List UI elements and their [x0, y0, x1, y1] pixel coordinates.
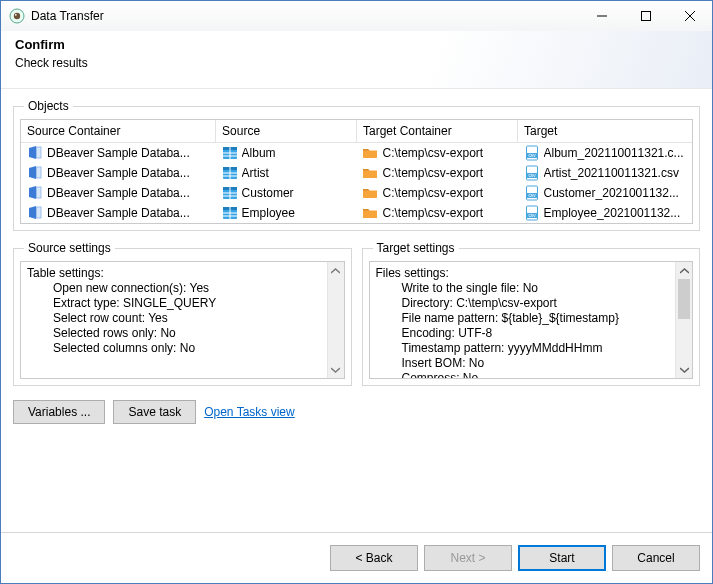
settings-line: Select row count: Yes: [27, 311, 321, 326]
cell-text: C:\temp\csv-export: [382, 186, 483, 200]
folder-icon: [362, 165, 378, 181]
settings-line: Timestamp pattern: yyyyMMddHHmm: [376, 341, 670, 356]
settings-line: File name pattern: ${table}_${timestamp}: [376, 311, 670, 326]
toolbar: Variables ... Save task Open Tasks view: [13, 400, 700, 424]
cell-text: Customer_2021001132...: [544, 186, 679, 200]
scroll-down-icon[interactable]: [676, 361, 692, 378]
table-row[interactable]: DBeaver Sample Databa...CustomerC:\temp\…: [21, 183, 692, 203]
cell-text: Artist: [242, 166, 269, 180]
cell-text: DBeaver Sample Databa...: [47, 146, 190, 160]
cell-text: Employee: [242, 206, 295, 220]
folder-icon: [362, 185, 378, 201]
save-task-button[interactable]: Save task: [113, 400, 196, 424]
svg-text:csv: csv: [528, 173, 536, 178]
settings-line: Directory: C:\temp\csv-export: [376, 296, 670, 311]
svg-rect-25: [37, 187, 42, 198]
col-source[interactable]: Source: [216, 120, 357, 143]
scroll-thumb[interactable]: [678, 279, 690, 319]
folder-icon: [362, 145, 378, 161]
app-icon: [9, 8, 25, 24]
cell-text: C:\temp\csv-export: [382, 166, 483, 180]
wizard-footer: < Back Next > Start Cancel: [1, 532, 712, 583]
source-settings-scrollbar[interactable]: [327, 262, 344, 378]
svg-point-1: [14, 13, 20, 19]
svg-rect-4: [642, 12, 651, 21]
col-source-container[interactable]: Source Container: [21, 120, 216, 143]
minimize-button[interactable]: [580, 1, 624, 31]
table-icon: [222, 185, 238, 201]
settings-line: Selected rows only: No: [27, 326, 321, 341]
objects-legend: Objects: [24, 99, 73, 113]
source-settings-group: Source settings Table settings:Open new …: [13, 241, 352, 386]
csv-file-icon: csv: [524, 145, 540, 161]
svg-text:csv: csv: [528, 193, 536, 198]
maximize-button[interactable]: [624, 1, 668, 31]
cancel-button[interactable]: Cancel: [612, 545, 700, 571]
settings-line: Write to the single file: No: [376, 281, 670, 296]
open-tasks-link[interactable]: Open Tasks view: [204, 405, 295, 419]
window-title: Data Transfer: [31, 9, 580, 23]
title-bar: Data Transfer: [1, 1, 712, 31]
svg-text:csv: csv: [528, 213, 536, 218]
cell-text: Artist_202110011321.csv: [544, 166, 679, 180]
scroll-up-icon[interactable]: [676, 262, 692, 279]
table-icon: [222, 145, 238, 161]
objects-table: Source Container Source Target Container…: [20, 119, 693, 224]
settings-line: Selected columns only: No: [27, 341, 321, 356]
csv-file-icon: csv: [524, 165, 540, 181]
source-settings-legend: Source settings: [24, 241, 115, 255]
variables-button[interactable]: Variables ...: [13, 400, 105, 424]
database-icon: [27, 145, 43, 161]
page-subtitle: Check results: [15, 56, 698, 70]
settings-line: Insert BOM: No: [376, 356, 670, 371]
cell-text: Employee_2021001132...: [544, 206, 681, 220]
next-button: Next >: [424, 545, 512, 571]
settings-heading: Table settings:: [27, 266, 321, 281]
table-row[interactable]: DBeaver Sample Databa...EmployeeC:\temp\…: [21, 203, 692, 223]
target-settings-group: Target settings Files settings:Write to …: [362, 241, 701, 386]
wizard-header: Confirm Check results: [1, 31, 712, 89]
settings-line: Open new connection(s): Yes: [27, 281, 321, 296]
col-target-container[interactable]: Target Container: [356, 120, 517, 143]
back-button[interactable]: < Back: [330, 545, 418, 571]
start-button[interactable]: Start: [518, 545, 606, 571]
svg-rect-34: [37, 207, 42, 218]
settings-heading: Files settings:: [376, 266, 670, 281]
cell-text: C:\temp\csv-export: [382, 206, 483, 220]
database-icon: [27, 165, 43, 181]
svg-point-2: [15, 14, 17, 16]
window-controls: [580, 1, 712, 31]
cell-text: Album_202110011321.c...: [544, 146, 684, 160]
settings-line: Encoding: UTF-8: [376, 326, 670, 341]
cell-text: Album: [242, 146, 276, 160]
table-icon: [222, 205, 238, 221]
settings-line: Extract type: SINGLE_QUERY: [27, 296, 321, 311]
objects-group: Objects Source Container Source Target C…: [13, 99, 700, 231]
cell-text: C:\temp\csv-export: [382, 146, 483, 160]
csv-file-icon: csv: [524, 185, 540, 201]
svg-rect-16: [37, 167, 42, 178]
close-button[interactable]: [668, 1, 712, 31]
scroll-down-icon[interactable]: [328, 361, 344, 378]
cell-text: DBeaver Sample Databa...: [47, 186, 190, 200]
settings-line: Compress: No: [376, 371, 670, 378]
page-title: Confirm: [15, 37, 698, 52]
table-row[interactable]: DBeaver Sample Databa...ArtistC:\temp\cs…: [21, 163, 692, 183]
folder-icon: [362, 205, 378, 221]
database-icon: [27, 185, 43, 201]
svg-rect-7: [37, 147, 42, 158]
source-settings-box: Table settings:Open new connection(s): Y…: [20, 261, 345, 379]
svg-text:csv: csv: [528, 153, 536, 158]
csv-file-icon: csv: [524, 205, 540, 221]
cell-text: DBeaver Sample Databa...: [47, 166, 190, 180]
scroll-up-icon[interactable]: [328, 262, 344, 279]
database-icon: [27, 205, 43, 221]
col-target[interactable]: Target: [518, 120, 692, 143]
table-row[interactable]: DBeaver Sample Databa...AlbumC:\temp\csv…: [21, 143, 692, 164]
table-icon: [222, 165, 238, 181]
target-settings-scrollbar[interactable]: [675, 262, 692, 378]
cell-text: Customer: [242, 186, 294, 200]
target-settings-box: Files settings:Write to the single file:…: [369, 261, 694, 379]
cell-text: DBeaver Sample Databa...: [47, 206, 190, 220]
target-settings-legend: Target settings: [373, 241, 459, 255]
